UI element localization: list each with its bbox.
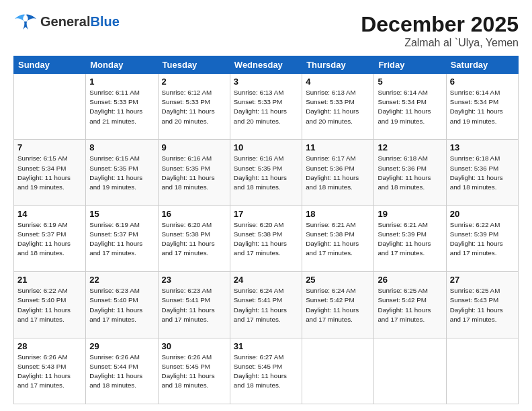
calendar-cell: 8Sunrise: 6:15 AMSunset: 5:35 PMDaylight… xyxy=(86,140,158,205)
calendar-cell: 11Sunrise: 6:17 AMSunset: 5:36 PMDayligh… xyxy=(302,140,374,205)
cell-info: Sunrise: 6:20 AMSunset: 5:38 PMDaylight:… xyxy=(234,220,298,259)
page: GeneralBlue December 2025 Zalmah al `Uly… xyxy=(0,0,532,411)
calendar-cell: 18Sunrise: 6:21 AMSunset: 5:38 PMDayligh… xyxy=(302,205,374,271)
calendar-cell: 27Sunrise: 6:25 AMSunset: 5:43 PMDayligh… xyxy=(446,272,518,338)
cell-info: Sunrise: 6:13 AMSunset: 5:33 PMDaylight:… xyxy=(234,88,298,126)
calendar-cell: 20Sunrise: 6:22 AMSunset: 5:39 PMDayligh… xyxy=(446,205,518,271)
calendar-cell: 16Sunrise: 6:20 AMSunset: 5:38 PMDayligh… xyxy=(158,205,230,271)
day-number: 17 xyxy=(234,209,298,219)
day-number: 22 xyxy=(89,275,154,285)
week-row-4: 21Sunrise: 6:22 AMSunset: 5:40 PMDayligh… xyxy=(14,272,519,338)
cell-info: Sunrise: 6:21 AMSunset: 5:39 PMDaylight:… xyxy=(378,220,442,259)
day-number: 23 xyxy=(162,275,226,285)
day-number: 28 xyxy=(17,341,82,351)
cell-info: Sunrise: 6:16 AMSunset: 5:35 PMDaylight:… xyxy=(234,154,298,192)
day-number: 24 xyxy=(234,275,298,285)
day-number: 1 xyxy=(89,77,154,87)
calendar-cell: 3Sunrise: 6:13 AMSunset: 5:33 PMDaylight… xyxy=(230,74,302,140)
calendar-cell: 6Sunrise: 6:14 AMSunset: 5:34 PMDaylight… xyxy=(446,74,518,140)
day-number: 9 xyxy=(162,142,226,152)
day-number: 7 xyxy=(17,142,82,152)
calendar-cell: 13Sunrise: 6:18 AMSunset: 5:36 PMDayligh… xyxy=(446,140,518,205)
cell-info: Sunrise: 6:24 AMSunset: 5:41 PMDaylight:… xyxy=(234,286,298,324)
day-number: 13 xyxy=(450,142,515,152)
calendar-cell: 28Sunrise: 6:26 AMSunset: 5:43 PMDayligh… xyxy=(14,338,86,404)
cell-info: Sunrise: 6:16 AMSunset: 5:35 PMDaylight:… xyxy=(162,154,226,192)
cell-info: Sunrise: 6:21 AMSunset: 5:38 PMDaylight:… xyxy=(306,220,370,259)
weekday-sunday: Sunday xyxy=(14,56,86,74)
calendar-cell xyxy=(14,74,86,140)
logo-blue: Blue xyxy=(90,14,119,29)
day-number: 6 xyxy=(450,77,515,87)
calendar-cell: 2Sunrise: 6:12 AMSunset: 5:33 PMDaylight… xyxy=(158,74,230,140)
day-number: 27 xyxy=(450,275,515,285)
calendar-cell: 19Sunrise: 6:21 AMSunset: 5:39 PMDayligh… xyxy=(374,205,446,271)
cell-info: Sunrise: 6:24 AMSunset: 5:42 PMDaylight:… xyxy=(306,286,370,324)
day-number: 8 xyxy=(89,142,154,152)
cell-info: Sunrise: 6:18 AMSunset: 5:36 PMDaylight:… xyxy=(450,154,515,192)
calendar-cell xyxy=(446,338,518,404)
calendar-cell: 21Sunrise: 6:22 AMSunset: 5:40 PMDayligh… xyxy=(14,272,86,338)
day-number: 2 xyxy=(162,77,226,87)
calendar-cell: 23Sunrise: 6:23 AMSunset: 5:41 PMDayligh… xyxy=(158,272,230,338)
calendar-cell: 30Sunrise: 6:26 AMSunset: 5:45 PMDayligh… xyxy=(158,338,230,404)
weekday-friday: Friday xyxy=(374,56,446,74)
weekday-wednesday: Wednesday xyxy=(230,56,302,74)
cell-info: Sunrise: 6:19 AMSunset: 5:37 PMDaylight:… xyxy=(89,220,154,259)
week-row-3: 14Sunrise: 6:19 AMSunset: 5:37 PMDayligh… xyxy=(14,205,519,271)
cell-info: Sunrise: 6:22 AMSunset: 5:39 PMDaylight:… xyxy=(450,220,515,259)
calendar-cell: 22Sunrise: 6:23 AMSunset: 5:40 PMDayligh… xyxy=(86,272,158,338)
weekday-tuesday: Tuesday xyxy=(158,56,230,74)
calendar-cell: 29Sunrise: 6:26 AMSunset: 5:44 PMDayligh… xyxy=(86,338,158,404)
calendar-cell: 12Sunrise: 6:18 AMSunset: 5:36 PMDayligh… xyxy=(374,140,446,205)
weekday-saturday: Saturday xyxy=(446,56,518,74)
cell-info: Sunrise: 6:15 AMSunset: 5:35 PMDaylight:… xyxy=(89,154,154,192)
cell-info: Sunrise: 6:18 AMSunset: 5:36 PMDaylight:… xyxy=(378,154,442,192)
calendar-cell: 9Sunrise: 6:16 AMSunset: 5:35 PMDaylight… xyxy=(158,140,230,205)
calendar-cell: 17Sunrise: 6:20 AMSunset: 5:38 PMDayligh… xyxy=(230,205,302,271)
cell-info: Sunrise: 6:14 AMSunset: 5:34 PMDaylight:… xyxy=(450,88,515,126)
day-number: 20 xyxy=(450,209,515,219)
cell-info: Sunrise: 6:26 AMSunset: 5:44 PMDaylight:… xyxy=(89,353,154,391)
day-number: 4 xyxy=(306,77,370,87)
calendar-cell xyxy=(302,338,374,404)
week-row-2: 7Sunrise: 6:15 AMSunset: 5:34 PMDaylight… xyxy=(14,140,519,205)
calendar-cell: 24Sunrise: 6:24 AMSunset: 5:41 PMDayligh… xyxy=(230,272,302,338)
day-number: 26 xyxy=(378,275,442,285)
calendar-table: SundayMondayTuesdayWednesdayThursdayFrid… xyxy=(13,56,519,404)
day-number: 15 xyxy=(89,209,154,219)
calendar-cell: 4Sunrise: 6:13 AMSunset: 5:33 PMDaylight… xyxy=(302,74,374,140)
cell-info: Sunrise: 6:20 AMSunset: 5:38 PMDaylight:… xyxy=(162,220,226,259)
cell-info: Sunrise: 6:11 AMSunset: 5:33 PMDaylight:… xyxy=(89,88,154,126)
day-number: 12 xyxy=(378,142,442,152)
day-number: 16 xyxy=(162,209,226,219)
cell-info: Sunrise: 6:17 AMSunset: 5:36 PMDaylight:… xyxy=(306,154,370,192)
cell-info: Sunrise: 6:25 AMSunset: 5:42 PMDaylight:… xyxy=(378,286,442,324)
day-number: 14 xyxy=(17,209,82,219)
calendar-cell: 25Sunrise: 6:24 AMSunset: 5:42 PMDayligh… xyxy=(302,272,374,338)
day-number: 30 xyxy=(162,341,226,351)
title-section: December 2025 Zalmah al `Ulya, Yemen xyxy=(361,12,519,49)
cell-info: Sunrise: 6:27 AMSunset: 5:45 PMDaylight:… xyxy=(234,353,298,391)
day-number: 10 xyxy=(234,142,298,152)
day-number: 25 xyxy=(306,275,370,285)
cell-info: Sunrise: 6:14 AMSunset: 5:34 PMDaylight:… xyxy=(378,88,442,126)
cell-info: Sunrise: 6:25 AMSunset: 5:43 PMDaylight:… xyxy=(450,286,515,324)
day-number: 21 xyxy=(17,275,82,285)
day-number: 31 xyxy=(234,341,298,351)
cell-info: Sunrise: 6:23 AMSunset: 5:41 PMDaylight:… xyxy=(162,286,226,324)
logo-bird-icon xyxy=(13,12,38,31)
cell-info: Sunrise: 6:19 AMSunset: 5:37 PMDaylight:… xyxy=(17,220,82,259)
location-title: Zalmah al `Ulya, Yemen xyxy=(361,37,519,49)
cell-info: Sunrise: 6:23 AMSunset: 5:40 PMDaylight:… xyxy=(89,286,154,324)
calendar-cell xyxy=(374,338,446,404)
week-row-5: 28Sunrise: 6:26 AMSunset: 5:43 PMDayligh… xyxy=(14,338,519,404)
logo: GeneralBlue xyxy=(13,12,120,31)
day-number: 11 xyxy=(306,142,370,152)
calendar-cell: 26Sunrise: 6:25 AMSunset: 5:42 PMDayligh… xyxy=(374,272,446,338)
day-number: 29 xyxy=(89,341,154,351)
calendar-cell: 5Sunrise: 6:14 AMSunset: 5:34 PMDaylight… xyxy=(374,74,446,140)
calendar-cell: 10Sunrise: 6:16 AMSunset: 5:35 PMDayligh… xyxy=(230,140,302,205)
weekday-thursday: Thursday xyxy=(302,56,374,74)
cell-info: Sunrise: 6:22 AMSunset: 5:40 PMDaylight:… xyxy=(17,286,82,324)
